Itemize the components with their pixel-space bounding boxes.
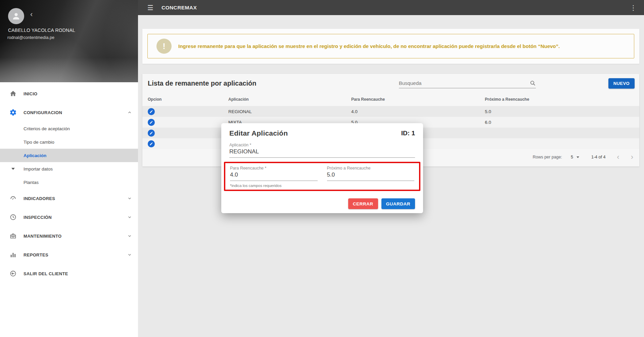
chevron-down-icon <box>127 196 132 201</box>
table-row: REGIONAL 4.0 5.0 <box>142 106 639 117</box>
app-bar: ☰ CONCREMAX ⋮ <box>138 0 644 15</box>
chevron-down-icon <box>127 215 132 220</box>
sidebar-item-aplicacion[interactable]: Aplicación <box>0 149 138 162</box>
modal-title: Editar Aplicación <box>229 129 288 137</box>
proximo-reencauche-field: Próximo a Reencauche <box>327 166 415 181</box>
para-reencauche-field-label: Para Reencauche * <box>230 166 318 171</box>
rows-per-page-label: Rows per page: <box>533 155 562 159</box>
info-banner-card: ! Ingrese remanente para que la aplicaci… <box>142 29 639 64</box>
proximo-reencauche-input[interactable] <box>327 171 415 181</box>
sidebar-subitem-label: Plantas <box>24 180 39 185</box>
person-icon <box>11 11 21 21</box>
pencil-icon <box>149 110 153 113</box>
sidebar-item-label: INSPECCIÓN <box>24 215 127 220</box>
sidebar-subitem-label: Importar datos <box>24 166 53 172</box>
app-title: CONCREMAX <box>162 5 197 11</box>
sidebar-item-criterios-de-aceptacion[interactable]: Criterios de aceptación <box>0 122 138 135</box>
column-header-aplicacion: Aplicación <box>228 97 351 102</box>
sidebar-item-plantas[interactable]: Plantas <box>0 176 138 189</box>
aplicacion-field: Aplicación * <box>229 143 415 158</box>
edit-row-button[interactable] <box>148 130 155 137</box>
sidebar-subitem-label: Criterios de aceptación <box>24 126 70 131</box>
gauge-icon <box>9 195 17 202</box>
sidebar-item-configuracion[interactable]: CONFIGURACION <box>0 103 138 122</box>
collapse-sidebar-icon[interactable]: ‹ <box>30 11 33 18</box>
banner-text: Ingrese remanente para que la aplicación… <box>178 43 560 49</box>
sidebar-item-label: REPORTES <box>24 252 127 257</box>
list-card-header: Lista de remanente por aplicación NUEVO <box>142 74 639 93</box>
next-page-icon[interactable]: › <box>631 153 633 161</box>
caret-down-icon <box>577 156 579 158</box>
column-header-opcion: Opcion <box>148 97 228 102</box>
sidebar-item-label: CONFIGURACION <box>24 110 127 115</box>
exclamation-circle-icon: ! <box>156 39 172 54</box>
chevron-down-icon <box>127 252 132 257</box>
modal-id-label: ID: 1 <box>401 130 415 137</box>
sidebar-item-inspeccion[interactable]: INSPECCIÓN <box>0 208 138 227</box>
cell-proximo-a-reencauche: 5.0 <box>485 109 639 114</box>
sidebar-menu: INICIO CONFIGURACION Criterios de acepta… <box>0 82 138 283</box>
profile-email: rodnal@contentmedia.pe <box>7 35 54 40</box>
table-header: Opcion Aplicación Para Reencauche Próxim… <box>142 93 639 106</box>
sidebar-item-inicio[interactable]: INICIO <box>0 84 138 103</box>
bar-chart-icon <box>9 251 17 258</box>
cell-para-reencauche: 4.0 <box>351 109 485 114</box>
column-header-para-reencauche: Para Reencauche <box>351 97 485 102</box>
para-reencauche-input[interactable] <box>230 171 318 181</box>
aplicacion-field-label: Aplicación * <box>229 143 415 147</box>
sidebar-subitem-label: Tipo de cambio <box>24 140 54 145</box>
chevron-down-icon <box>127 234 132 238</box>
edit-row-button[interactable] <box>148 108 155 115</box>
caret-down-icon <box>11 168 15 170</box>
kebab-menu-icon[interactable]: ⋮ <box>630 4 637 12</box>
edit-row-button[interactable] <box>148 119 155 126</box>
aplicacion-input[interactable] <box>229 147 415 158</box>
hamburger-menu-icon[interactable]: ☰ <box>147 4 153 12</box>
rows-per-page-value: 5 <box>571 155 573 159</box>
avatar[interactable] <box>8 8 24 24</box>
search-icon <box>530 80 536 86</box>
profile-photo: ‹ CABELLO YACOLCA RODNAL rodnal@contentm… <box>0 0 138 82</box>
column-header-proximo-a-reencauche: Próximo a Reencauche <box>485 97 639 102</box>
sidebar-item-indicadores[interactable]: INDICADORES <box>0 189 138 208</box>
proximo-reencauche-field-label: Próximo a Reencauche <box>327 166 415 171</box>
sidebar-item-label: MANTENIMIENTO <box>24 234 127 239</box>
profile-name: CABELLO YACOLCA RODNAL <box>8 28 75 33</box>
edit-row-button[interactable] <box>148 140 155 147</box>
para-reencauche-field: Para Reencauche * <box>230 166 318 181</box>
annotation-red-box: Para Reencauche * Próximo a Reencauche *… <box>224 162 420 191</box>
sidebar-item-tipo-de-cambio[interactable]: Tipo de cambio <box>0 135 138 149</box>
clock-icon <box>9 213 17 221</box>
list-title: Lista de remanente por aplicación <box>148 80 256 87</box>
modal-header: Editar Aplicación ID: 1 <box>229 129 415 137</box>
sidebar-item-reportes[interactable]: REPORTES <box>0 245 138 264</box>
sidebar-item-importar-datos[interactable]: Importar datos <box>0 162 138 176</box>
cerrar-button[interactable]: CERRAR <box>348 198 378 209</box>
sidebar-item-label: INICIO <box>24 91 132 96</box>
nuevo-button[interactable]: NUEVO <box>608 78 635 89</box>
cell-aplicacion: REGIONAL <box>228 109 351 114</box>
edit-aplicacion-modal: Editar Aplicación ID: 1 Aplicación * Par… <box>221 123 423 213</box>
rows-per-page-select[interactable]: 5 <box>571 155 579 159</box>
info-banner: ! Ingrese remanente para que la aplicaci… <box>147 34 634 58</box>
page-range: 1-4 of 4 <box>591 155 605 159</box>
cell-proximo-a-reencauche: 6.0 <box>485 120 639 125</box>
previous-page-icon[interactable]: ‹ <box>617 153 619 161</box>
search-input[interactable] <box>399 80 530 86</box>
toolbox-icon <box>9 232 17 240</box>
search-field <box>399 78 536 88</box>
chevron-up-icon <box>127 110 132 115</box>
required-fields-hint: *indica los campos requeridos <box>230 184 414 188</box>
pencil-icon <box>149 121 153 124</box>
sidebar-item-salir-del-cliente[interactable]: SALIR DEL CLIENTE <box>0 264 138 283</box>
sidebar-item-label: INDICADORES <box>24 196 127 201</box>
sidebar: ‹ CABELLO YACOLCA RODNAL rodnal@contentm… <box>0 0 138 337</box>
pencil-icon <box>149 142 153 146</box>
gear-icon <box>9 109 17 116</box>
logout-icon <box>9 270 17 277</box>
pencil-icon <box>149 131 153 135</box>
sidebar-subitem-label: Aplicación <box>24 153 46 158</box>
sidebar-item-mantenimiento[interactable]: MANTENIMIENTO <box>0 227 138 245</box>
guardar-button[interactable]: GUARDAR <box>381 198 415 209</box>
home-icon <box>9 90 17 97</box>
